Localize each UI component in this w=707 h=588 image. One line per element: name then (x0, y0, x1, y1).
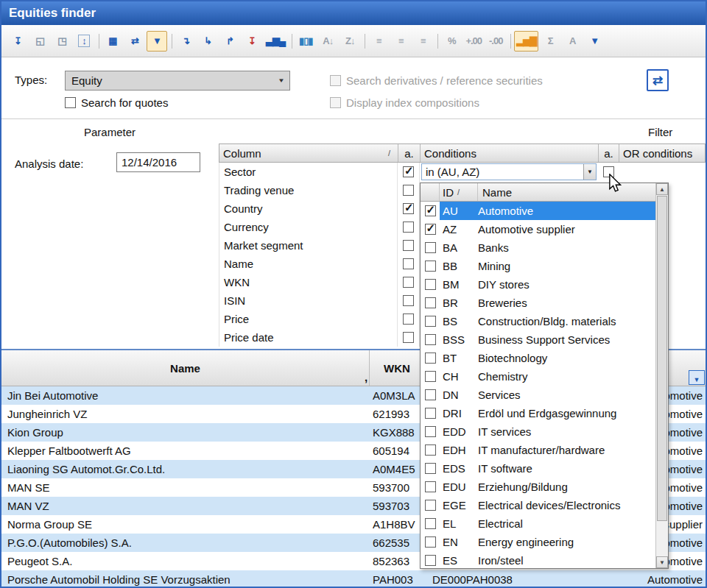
collapse-level-icon[interactable]: ↳ (197, 31, 218, 52)
export-icon[interactable]: ↧ (7, 31, 28, 52)
sector-option[interactable]: EDD IT services (421, 422, 655, 441)
sector-option[interactable]: BS Construction/Bldg. materials (421, 312, 655, 330)
dropdown-scrollbar[interactable]: ▲ ▼ (655, 183, 668, 568)
condition-dropdown-arrow-icon[interactable] (583, 164, 596, 180)
sort-descending-icon[interactable]: Z↓ (340, 31, 360, 52)
sector-option[interactable]: AZ Automotive supplier (421, 220, 655, 238)
sector-option[interactable]: CH Chemistry (421, 367, 655, 386)
filter-active-checkbox[interactable] (403, 203, 414, 214)
filter-active-checkbox[interactable] (403, 332, 414, 343)
search-derivatives-checkbox[interactable] (330, 75, 341, 86)
histogram-icon[interactable]: ▃▆▄ (264, 31, 287, 52)
sector-option[interactable]: DRI Erdöl und Erdgasgewinnung (421, 404, 655, 422)
column-filter-button[interactable] (689, 370, 705, 385)
analysis-date-input[interactable] (116, 152, 200, 172)
filter-active-checkbox[interactable] (403, 277, 414, 288)
sector-option-checkbox[interactable] (425, 426, 436, 437)
sector-option-checkbox[interactable] (425, 297, 436, 308)
filter-icon[interactable]: ▼ (147, 31, 167, 52)
sort-ascending-icon[interactable]: A↓ (317, 31, 338, 52)
title-bar[interactable]: Equities finder (1, 1, 706, 25)
filter-column-name[interactable]: Country (219, 199, 398, 218)
refresh-button[interactable]: ⇄ (647, 69, 669, 91)
or-active-header-cell[interactable]: a. (599, 144, 619, 162)
fit-height-icon[interactable]: ↕ (74, 31, 94, 52)
results-name-header[interactable]: Name (1, 350, 370, 386)
filter-column-name[interactable]: Currency (219, 218, 398, 236)
filter-active-checkbox[interactable] (403, 166, 414, 177)
filter-column-name[interactable]: Sector (219, 163, 398, 181)
sector-id-header[interactable]: ID / (440, 183, 478, 201)
branch-level-icon[interactable]: ↱ (219, 31, 240, 52)
sector-option[interactable]: BB Mining (421, 257, 655, 275)
types-combobox[interactable]: Equity (65, 71, 290, 91)
result-row[interactable]: Porsche Automobil Holding SE Vorzugsakti… (1, 570, 706, 587)
sector-option[interactable]: EGE Electrical devices/Electronics (421, 496, 655, 514)
sector-option[interactable]: EDU Erziehung/Bildung (421, 478, 655, 496)
conditions-header-cell[interactable]: Conditions (421, 144, 599, 162)
filter-column-name[interactable]: Trading venue (219, 181, 398, 199)
sector-option-checkbox[interactable] (425, 371, 436, 382)
sector-name-header[interactable]: Name (478, 183, 655, 201)
bar-values-icon[interactable]: ▂▅▇ (514, 31, 538, 52)
refresh-icon[interactable]: ⇄ (124, 31, 145, 52)
sector-option[interactable]: BT Biotechnology (421, 349, 655, 367)
sector-option-checkbox[interactable] (425, 389, 436, 400)
sector-option[interactable]: AU Automotive (421, 202, 655, 220)
filter-column-name[interactable]: Price date (219, 328, 398, 347)
expand-level-icon[interactable]: ↴ (175, 31, 196, 52)
filter-active-checkbox[interactable] (403, 185, 414, 196)
sector-option-checkbox[interactable] (425, 481, 436, 492)
sector-option-checkbox[interactable] (425, 353, 436, 364)
distribution-icon[interactable]: ▮▯▮ (295, 31, 316, 52)
sector-option-checkbox[interactable] (425, 316, 436, 327)
calendar-icon[interactable]: ▦ (102, 31, 123, 52)
sum-icon[interactable]: Σ (540, 31, 560, 52)
filter-active-checkbox[interactable] (403, 314, 414, 325)
filter-column-name[interactable]: Market segment (219, 236, 398, 255)
sector-option-checkbox[interactable] (425, 205, 436, 216)
sector-option[interactable]: EN Energy engineering (421, 533, 655, 551)
condition-combobox[interactable]: in (AU, AZ) (421, 163, 597, 180)
filter-active-checkbox[interactable] (403, 240, 414, 251)
sector-option-checkbox[interactable] (425, 408, 436, 419)
sector-option[interactable]: ES Iron/steel (421, 551, 655, 568)
percent-icon[interactable]: % (441, 31, 462, 52)
align-left-icon[interactable]: ≡ (368, 31, 389, 52)
add-decimal-icon[interactable]: +.00 (463, 31, 484, 52)
search-derivatives-option[interactable]: Search derivatives / reference securitie… (330, 74, 543, 87)
remove-level-icon[interactable]: ↧ (242, 31, 262, 52)
filter-column-name[interactable]: Price (219, 310, 398, 328)
sector-option[interactable]: EDH IT manufacturer/hardware (421, 441, 655, 459)
filter-grid-row[interactable]: Sector in (AU, AZ) (219, 163, 706, 181)
results-wkn-header[interactable]: WKN (370, 350, 425, 386)
zoom-region-icon[interactable]: ◳ (52, 31, 72, 52)
search-for-quotes-option[interactable]: Search for quotes (65, 96, 168, 109)
align-right-icon[interactable]: ≡ (412, 31, 433, 52)
filter-column-name[interactable]: ISIN (219, 291, 398, 310)
or-conditions-header-cell[interactable]: OR conditions (619, 144, 705, 162)
sector-option-checkbox[interactable] (425, 224, 436, 235)
sector-option-checkbox[interactable] (425, 518, 436, 529)
filter-condition-cell[interactable]: in (AU, AZ) (420, 163, 598, 181)
sector-option[interactable]: BR Breweries (421, 294, 655, 312)
remove-decimal-icon[interactable]: -.00 (485, 31, 506, 52)
sector-option[interactable]: EDS IT software (421, 459, 655, 478)
sector-option-checkbox[interactable] (425, 463, 436, 474)
sector-option-checkbox[interactable] (425, 279, 436, 290)
search-for-quotes-checkbox[interactable] (65, 97, 76, 108)
filter-active-checkbox[interactable] (403, 295, 414, 306)
sector-option-checkbox[interactable] (425, 536, 436, 548)
filter-active-checkbox[interactable] (403, 258, 414, 269)
sector-option-checkbox[interactable] (425, 500, 436, 511)
advanced-filter-icon[interactable]: ▼ (584, 31, 605, 52)
active-header-cell[interactable]: a. (398, 144, 421, 162)
sector-option[interactable]: BA Banks (421, 238, 655, 257)
display-index-option[interactable]: Display index compositions (330, 96, 479, 109)
column-header-cell[interactable]: Column / (219, 144, 398, 162)
sector-option[interactable]: DN Services (421, 386, 655, 404)
sector-option-checkbox[interactable] (425, 261, 436, 272)
sector-option-checkbox[interactable] (425, 334, 436, 345)
scroll-down-icon[interactable]: ▼ (656, 556, 668, 568)
filter-active-checkbox[interactable] (403, 222, 414, 233)
